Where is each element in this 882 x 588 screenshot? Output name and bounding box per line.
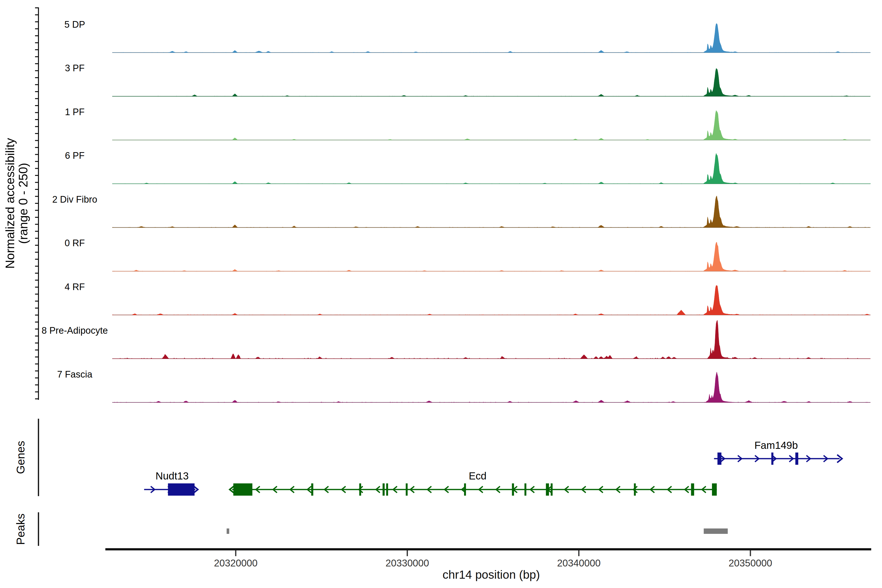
y-axis-title-line2: (range 0 - 250) (16, 163, 30, 244)
x-axis-tick-label: 20320000 (214, 558, 258, 568)
exon (717, 453, 721, 465)
track-label: 1 PF (65, 107, 84, 117)
x-axis-tick-label: 20350000 (729, 558, 772, 568)
peaks-track (226, 528, 728, 534)
track-label: 3 PF (65, 63, 84, 73)
signal-area (112, 285, 870, 315)
track-label: 0 RF (64, 238, 85, 248)
y-axis-ruler (35, 8, 39, 400)
exon (383, 483, 385, 496)
track-label: 8 Pre-Adipocyte (42, 326, 108, 336)
signal-area (112, 153, 870, 184)
x-axis: 20320000203300002034000020350000 (105, 549, 871, 568)
signal-area (112, 24, 870, 52)
track-label: 2 Div Fibro (52, 194, 97, 205)
exon (634, 483, 636, 496)
genes-section-label: Genes (14, 441, 27, 474)
exon (359, 483, 361, 496)
x-axis-tick-label: 20330000 (386, 558, 429, 568)
signal-area (112, 372, 870, 402)
exon (546, 483, 549, 496)
track-7-fascia (112, 372, 870, 402)
accessibility-tracks (112, 24, 870, 402)
exon (464, 483, 466, 496)
track-label: 7 Fascia (57, 369, 92, 380)
track-5-dp (112, 24, 870, 52)
exon (168, 483, 195, 496)
y-axis-title-line1: Normalized accessibility (3, 138, 17, 269)
gene-label: Nudt13 (156, 470, 189, 482)
track-label: 4 RF (64, 282, 85, 292)
track-8-pre-adipocyte (112, 320, 870, 358)
gene-nudt13: Nudt13 (144, 470, 198, 496)
exon (712, 483, 717, 496)
signal-area (112, 111, 870, 140)
exon (311, 483, 313, 496)
track-label: 6 PF (65, 150, 84, 161)
exon (386, 483, 388, 496)
genes-track: Fam149bNudt13Ecd (144, 440, 842, 496)
peaks-section-label: Peaks (14, 513, 27, 545)
track-6-pf (112, 153, 870, 184)
track-label: 5 DP (64, 20, 85, 30)
exon (406, 483, 408, 496)
peak-region (226, 528, 230, 534)
track-1-pf (112, 111, 870, 140)
track-3-pf (112, 68, 870, 96)
gene-label: Ecd (469, 470, 486, 482)
track-0-rf (112, 242, 870, 271)
gene-ecd: Ecd (230, 470, 717, 496)
signal-area (112, 242, 870, 271)
exon (512, 483, 514, 496)
x-axis-tick-label: 20340000 (557, 558, 601, 568)
signal-area (112, 320, 870, 358)
exon (233, 483, 252, 496)
exon (771, 453, 773, 465)
gene-label: Fam149b (754, 440, 798, 451)
genome-browser-figure: Normalized accessibility (range 0 - 250)… (0, 0, 882, 588)
peak-region (704, 528, 728, 534)
exon (691, 483, 694, 496)
x-axis-title: chr14 position (bp) (442, 568, 540, 581)
track-4-rf (112, 285, 870, 315)
signal-area (112, 68, 870, 96)
signal-area (112, 196, 870, 227)
exon (525, 483, 526, 496)
exon (795, 453, 798, 465)
track-2-div-fibro (112, 196, 870, 227)
exon (551, 483, 553, 496)
track-labels: 5 DP3 PF1 PF6 PF2 Div Fibro0 RF4 RF8 Pre… (42, 20, 108, 380)
gene-fam149b: Fam149b (714, 440, 842, 465)
